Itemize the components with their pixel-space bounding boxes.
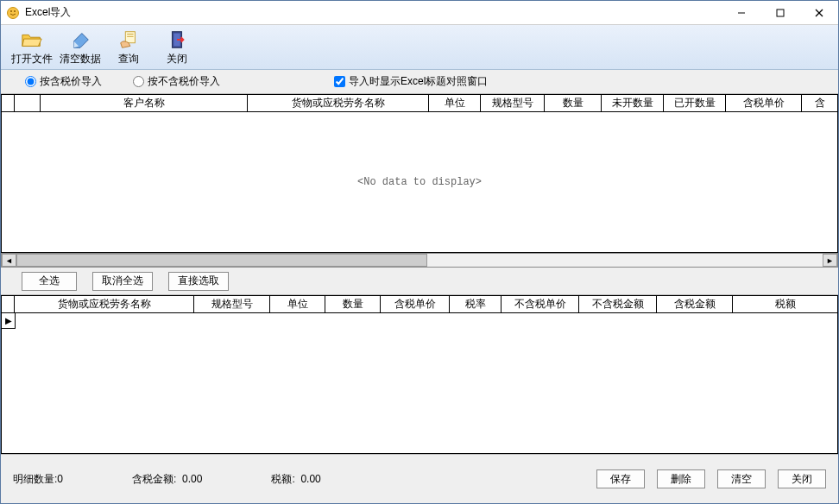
tax-amount-value: 0.00	[182, 473, 202, 485]
radio-with-tax[interactable]: 按含税价导入	[25, 74, 102, 89]
save-label: 保存	[610, 472, 631, 487]
svg-point-1	[10, 10, 12, 12]
grid-top-header-spec[interactable]: 规格型号	[481, 95, 545, 112]
folder-open-icon	[21, 28, 43, 51]
svg-rect-4	[777, 9, 784, 16]
query-label: 查询	[118, 52, 139, 66]
grid-bottom-header-taxprice[interactable]: 含税单价	[381, 296, 450, 313]
checkbox-show-title-label: 导入时显示Excel标题对照窗口	[349, 74, 488, 89]
grid-top-header-qty[interactable]: 数量	[545, 95, 602, 112]
detail-count-value: 0	[57, 473, 63, 485]
scroll-right-icon[interactable]: ►	[823, 254, 837, 267]
close-button[interactable]: 关闭	[153, 27, 201, 68]
minimize-button[interactable]	[722, 1, 760, 25]
radio-without-tax-input[interactable]	[133, 76, 144, 87]
tax-amount: 含税金额: 0.00	[132, 472, 202, 487]
titlebar: Excel导入	[1, 1, 838, 25]
grid-bottom-body: ▶	[1, 313, 838, 453]
radio-with-tax-input[interactable]	[25, 76, 36, 87]
tax-label: 税额:	[271, 473, 294, 485]
direct-pick-button[interactable]: 直接选取	[168, 272, 229, 291]
select-all-button[interactable]: 全选	[22, 272, 77, 291]
window-title: Excel导入	[25, 5, 722, 20]
status-bar: 明细数量:0 含税金额: 0.00 税额: 0.00	[13, 472, 321, 487]
footer-close-label: 关闭	[792, 472, 812, 487]
svg-point-0	[8, 7, 19, 18]
grid-top-header-indicator	[1, 95, 15, 112]
grid-top-no-data: <No data to display>	[357, 176, 482, 188]
app-icon	[6, 6, 20, 20]
eraser-icon	[69, 28, 91, 51]
grid-bottom-header-taxamount[interactable]: 含税金额	[657, 296, 733, 313]
detail-count: 明细数量:0	[13, 472, 63, 487]
deselect-all-label: 取消全选	[102, 274, 143, 288]
delete-button[interactable]: 删除	[657, 469, 705, 488]
delete-label: 删除	[671, 472, 691, 487]
tax-amount-label: 含税金额:	[132, 473, 176, 485]
checkbox-show-title-input[interactable]	[334, 76, 345, 87]
radio-without-tax[interactable]: 按不含税价导入	[133, 74, 220, 89]
toolbar: 打开文件 清空数据 查询 关闭	[1, 25, 838, 70]
grid-top-header-more[interactable]: 含	[802, 95, 838, 112]
grid-bottom-header-taxrate[interactable]: 税率	[450, 296, 502, 313]
grid-bottom-header-notaxamount[interactable]: 不含税金额	[579, 296, 657, 313]
scroll-thumb[interactable]	[16, 254, 427, 267]
clear-data-button[interactable]: 清空数据	[56, 27, 104, 68]
mid-buttons: 全选 取消全选 直接选取	[1, 268, 838, 295]
grid-top-body: <No data to display>	[1, 112, 838, 252]
grid-top-header-opened[interactable]: 已开数量	[664, 95, 726, 112]
direct-pick-label: 直接选取	[178, 274, 219, 288]
svg-rect-7	[125, 31, 135, 42]
footer-close-button[interactable]: 关闭	[778, 469, 826, 488]
grid-top: 客户名称 货物或应税劳务名称 单位 规格型号 数量 未开数量 已开数量 含税单价…	[1, 94, 838, 253]
footer-buttons: 保存 删除 清空 关闭	[596, 469, 826, 488]
grid-top-header-checkbox[interactable]	[15, 95, 41, 112]
grid-top-header-goods[interactable]: 货物或应税劳务名称	[248, 95, 429, 112]
grid-bottom-header-tax[interactable]: 税额	[733, 296, 838, 313]
maximize-button[interactable]	[760, 1, 799, 25]
close-window-button[interactable]	[799, 1, 838, 25]
hand-document-icon	[117, 28, 140, 51]
grid-bottom-header-row: 货物或应税劳务名称 规格型号 单位 数量 含税单价 税率 不含税单价 不含税金额…	[1, 296, 838, 313]
grid-top-header-row: 客户名称 货物或应税劳务名称 单位 规格型号 数量 未开数量 已开数量 含税单价…	[1, 95, 838, 112]
options-bar: 按含税价导入 按不含税价导入 导入时显示Excel标题对照窗口	[1, 70, 838, 94]
grid-top-header-taxprice[interactable]: 含税单价	[726, 95, 802, 112]
detail-count-label: 明细数量:	[13, 473, 57, 485]
open-file-label: 打开文件	[11, 52, 53, 66]
door-exit-icon	[166, 28, 188, 51]
grid-top-header-unit[interactable]: 单位	[429, 95, 481, 112]
footer: 明细数量:0 含税金额: 0.00 税额: 0.00 保存 删除 清空 关闭	[1, 454, 838, 503]
scroll-left-icon[interactable]: ◄	[2, 254, 16, 267]
tax-value: 0.00	[300, 473, 320, 485]
grid-bottom-header-notaxprice[interactable]: 不含税单价	[502, 296, 579, 313]
radio-with-tax-label: 按含税价导入	[40, 74, 102, 89]
grid-bottom-header-indicator	[1, 296, 15, 313]
svg-point-2	[14, 10, 16, 12]
grid-top-header-customer[interactable]: 客户名称	[41, 95, 248, 112]
grid-bottom-header-spec[interactable]: 规格型号	[194, 296, 270, 313]
radio-without-tax-label: 按不含税价导入	[148, 74, 220, 89]
close-label: 关闭	[167, 52, 187, 66]
grid-top-header-unopened[interactable]: 未开数量	[602, 95, 664, 112]
grid-bottom: 货物或应税劳务名称 规格型号 单位 数量 含税单价 税率 不含税单价 不含税金额…	[1, 295, 838, 454]
grid-bottom-row-indicator: ▶	[2, 313, 16, 329]
tax: 税额: 0.00	[271, 472, 320, 487]
clear-label: 清空	[731, 472, 752, 487]
clear-data-label: 清空数据	[60, 52, 101, 66]
checkbox-show-title[interactable]: 导入时显示Excel标题对照窗口	[334, 74, 488, 89]
query-button[interactable]: 查询	[104, 27, 153, 68]
select-all-label: 全选	[39, 274, 60, 288]
grid-bottom-header-unit[interactable]: 单位	[270, 296, 325, 313]
grid-bottom-header-goods[interactable]: 货物或应税劳务名称	[15, 296, 194, 313]
clear-button[interactable]: 清空	[717, 469, 766, 488]
grid-bottom-header-qty[interactable]: 数量	[325, 296, 381, 313]
open-file-button[interactable]: 打开文件	[8, 27, 56, 68]
scroll-track[interactable]	[16, 254, 823, 267]
deselect-all-button[interactable]: 取消全选	[92, 272, 153, 291]
save-button[interactable]: 保存	[596, 469, 645, 488]
grid-top-hscrollbar[interactable]: ◄ ►	[1, 253, 838, 268]
